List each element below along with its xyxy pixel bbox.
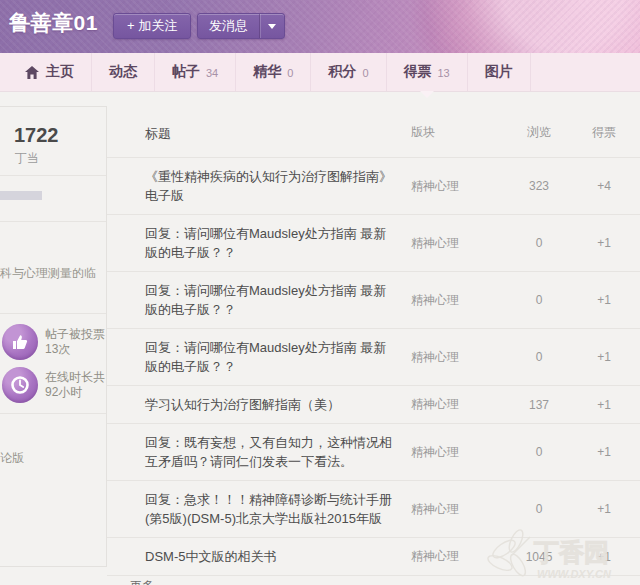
- tab-images[interactable]: 图片: [468, 53, 531, 91]
- votes-table: 标题 版块 浏览 得票 《重性精神疾病的认知行为治疗图解指南》电子版 精神心理 …: [107, 106, 640, 585]
- views-count: 1045: [499, 550, 579, 564]
- stat-online-hours: 在线时长共 92小时: [2, 367, 105, 403]
- column-title: 标题: [107, 124, 411, 143]
- chevron-down-icon: [268, 24, 276, 29]
- stat-text: 在线时长共 92小时: [45, 367, 105, 403]
- views-count: 0: [499, 445, 579, 459]
- views-count: 323: [499, 179, 579, 193]
- dingdang-score-value: 1722: [14, 124, 59, 147]
- sidebar-clipped-text: 论版: [0, 450, 106, 467]
- board-link[interactable]: 精神心理: [411, 178, 499, 195]
- stat-line2: 13次: [45, 342, 70, 356]
- votes-count: +1: [579, 398, 629, 412]
- table-row: 回复：急求！！！精神障碍诊断与统计手册(第5版)(DSM-5)北京大学出版社20…: [107, 480, 640, 537]
- post-title-link[interactable]: 《重性精神疾病的认知行为治疗图解指南》电子版: [107, 167, 411, 205]
- views-count: 0: [499, 293, 579, 307]
- votes-count: +1: [579, 445, 629, 459]
- post-title-link[interactable]: 回复：急求！！！精神障碍诊断与统计手册(第5版)(DSM-5)北京大学出版社20…: [107, 490, 411, 528]
- home-icon: [25, 66, 39, 79]
- tab-count: 0: [287, 67, 293, 79]
- thumbs-up-icon: [2, 324, 38, 360]
- tab-label: 帖子: [172, 63, 200, 81]
- post-title-link[interactable]: 学习认知行为治疗图解指南（美）: [107, 395, 411, 414]
- board-link[interactable]: 精神心理: [411, 501, 499, 518]
- follow-button[interactable]: + 加关注: [113, 13, 191, 39]
- table-row: 回复：既有妄想，又有自知力，这种情况相互矛盾吗？请同仁们发表一下看法。 精神心理…: [107, 423, 640, 480]
- tab-home[interactable]: 主页: [8, 53, 92, 91]
- table-row: 回复：请问哪位有Maudsley处方指南 最新版的电子版？？ 精神心理 0 +1: [107, 328, 640, 385]
- views-count: 0: [499, 236, 579, 250]
- divider: [0, 413, 106, 414]
- tab-label: 图片: [485, 63, 513, 81]
- column-board: 版块: [411, 124, 499, 143]
- table-bottom-border: [107, 575, 640, 576]
- profile-page: 鲁善章01 + 加关注 发消息 主页 动态 帖子 34 精华 0 积分: [0, 0, 640, 585]
- tab-count: 0: [362, 67, 368, 79]
- profile-sidebar: 1722 丁当 科与心理测量的临 帖子被投票 13次: [0, 106, 107, 567]
- divider: [0, 221, 106, 222]
- tab-label: 积分: [328, 63, 356, 81]
- column-views: 浏览: [499, 124, 579, 143]
- message-dropdown-toggle[interactable]: [259, 14, 284, 38]
- tab-digest[interactable]: 精华 0: [236, 53, 311, 91]
- stat-line1: 在线时长共: [45, 370, 105, 384]
- message-button-label[interactable]: 发消息: [198, 17, 259, 35]
- table-row: DSM-5中文版的相关书 精神心理 1045 +1: [107, 537, 640, 575]
- stat-text: 帖子被投票 13次: [45, 324, 105, 360]
- tab-posts[interactable]: 帖子 34: [155, 53, 236, 91]
- tab-count: 34: [206, 67, 218, 79]
- stat-line1: 帖子被投票: [45, 327, 105, 341]
- views-count: 0: [499, 502, 579, 516]
- stat-line2: 92小时: [45, 385, 82, 399]
- board-link[interactable]: 精神心理: [411, 292, 499, 309]
- views-count: 0: [499, 350, 579, 364]
- post-title-link[interactable]: DSM-5中文版的相关书: [107, 547, 411, 566]
- tab-count: 13: [438, 67, 450, 79]
- votes-count: +4: [579, 179, 629, 193]
- tab-votes-active[interactable]: 得票 13: [387, 53, 468, 91]
- tab-label: 主页: [46, 63, 74, 81]
- votes-count: +1: [579, 293, 629, 307]
- profile-tabbar: 主页 动态 帖子 34 精华 0 积分 0 得票 13 图片: [0, 53, 640, 92]
- board-link[interactable]: 精神心理: [411, 349, 499, 366]
- tab-points[interactable]: 积分 0: [311, 53, 386, 91]
- table-header: 标题 版块 浏览 得票: [107, 106, 640, 157]
- views-count: 137: [499, 398, 579, 412]
- tab-label: 得票: [404, 63, 432, 81]
- table-row: 学习认知行为治疗图解指南（美） 精神心理 137 +1: [107, 385, 640, 423]
- tab-label: 精华: [253, 63, 281, 81]
- stat-votes-received: 帖子被投票 13次: [2, 324, 105, 360]
- divider: [0, 175, 106, 176]
- dingdang-score-label: 丁当: [15, 150, 39, 167]
- more-link[interactable]: 更多: [130, 578, 154, 585]
- votes-count: +1: [579, 550, 629, 564]
- sidebar-clipped-text: 科与心理测量的临: [0, 265, 106, 282]
- clock-icon: [2, 367, 38, 403]
- profile-cover-header: 鲁善章01 + 加关注 发消息: [0, 0, 640, 53]
- board-link[interactable]: 精神心理: [411, 235, 499, 252]
- tab-label: 动态: [109, 63, 137, 81]
- divider: [0, 313, 106, 314]
- votes-count: +1: [579, 502, 629, 516]
- board-link[interactable]: 精神心理: [411, 396, 499, 413]
- tab-activity[interactable]: 动态: [92, 53, 155, 91]
- votes-count: +1: [579, 236, 629, 250]
- board-link[interactable]: 精神心理: [411, 444, 499, 461]
- message-button[interactable]: 发消息: [197, 13, 285, 39]
- level-progress-bar: [0, 191, 42, 200]
- table-row: 《重性精神疾病的认知行为治疗图解指南》电子版 精神心理 323 +4: [107, 157, 640, 214]
- post-title-link[interactable]: 回复：既有妄想，又有自知力，这种情况相互矛盾吗？请同仁们发表一下看法。: [107, 433, 411, 471]
- profile-username: 鲁善章01: [9, 9, 98, 37]
- column-votes: 得票: [579, 124, 629, 143]
- board-link[interactable]: 精神心理: [411, 548, 499, 565]
- votes-count: +1: [579, 350, 629, 364]
- post-title-link[interactable]: 回复：请问哪位有Maudsley处方指南 最新版的电子版？？: [107, 338, 411, 376]
- post-title-link[interactable]: 回复：请问哪位有Maudsley处方指南 最新版的电子版？？: [107, 281, 411, 319]
- table-row: 回复：请问哪位有Maudsley处方指南 最新版的电子版？？ 精神心理 0 +1: [107, 271, 640, 328]
- table-row: 回复：请问哪位有Maudsley处方指南 最新版的电子版？？ 精神心理 0 +1: [107, 214, 640, 271]
- post-title-link[interactable]: 回复：请问哪位有Maudsley处方指南 最新版的电子版？？: [107, 224, 411, 262]
